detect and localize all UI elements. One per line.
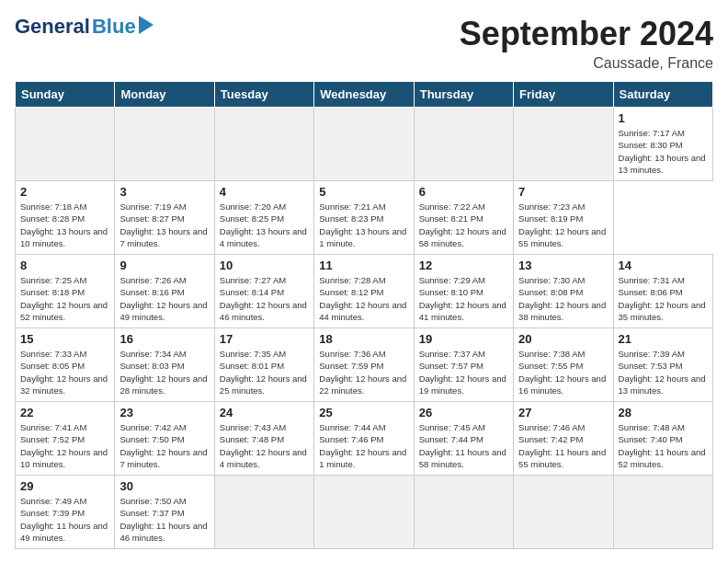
day-number: 2 — [20, 185, 109, 199]
calendar-cell: 27Sunrise: 7:46 AMSunset: 7:42 PMDayligh… — [514, 402, 613, 476]
calendar-cell — [214, 476, 313, 549]
cell-info: Sunrise: 7:33 AMSunset: 8:05 PMDaylight:… — [20, 349, 108, 396]
calendar-cell: 29Sunrise: 7:49 AMSunset: 7:39 PMDayligh… — [16, 476, 115, 549]
day-number: 16 — [119, 332, 209, 346]
day-number: 9 — [119, 259, 209, 272]
cell-info: Sunrise: 7:35 AMSunset: 8:01 PMDaylight:… — [220, 349, 307, 396]
day-number: 23 — [119, 406, 209, 419]
day-number: 13 — [518, 259, 608, 272]
calendar-cell: 30Sunrise: 7:50 AMSunset: 7:37 PMDayligh… — [115, 476, 214, 549]
day-number: 19 — [419, 332, 508, 346]
day-number: 22 — [20, 406, 109, 419]
calendar-week-6: 29Sunrise: 7:49 AMSunset: 7:39 PMDayligh… — [16, 476, 713, 549]
day-number: 17 — [220, 332, 309, 346]
calendar-cell — [16, 108, 115, 181]
day-number: 26 — [419, 406, 508, 419]
calendar-cell: 3Sunrise: 7:19 AMSunset: 8:27 PMDaylight… — [115, 181, 214, 255]
cell-info: Sunrise: 7:38 AMSunset: 7:55 PMDaylight:… — [518, 349, 606, 396]
calendar-week-4: 15Sunrise: 7:33 AMSunset: 8:05 PMDayligh… — [16, 328, 713, 402]
cell-info: Sunrise: 7:42 AMSunset: 7:50 PMDaylight:… — [119, 422, 207, 469]
cell-info: Sunrise: 7:17 AMSunset: 8:30 PMDaylight:… — [619, 128, 706, 175]
day-number: 18 — [319, 332, 408, 346]
calendar-week-3: 8Sunrise: 7:25 AMSunset: 8:18 PMDaylight… — [16, 255, 713, 328]
calendar-cell: 10Sunrise: 7:27 AMSunset: 8:14 PMDayligh… — [214, 255, 313, 328]
cell-info: Sunrise: 7:44 AMSunset: 7:46 PMDaylight:… — [319, 422, 406, 469]
calendar-cell: 21Sunrise: 7:39 AMSunset: 7:53 PMDayligh… — [613, 328, 712, 402]
logo-blue: Blue — [92, 15, 136, 39]
header-monday: Monday — [115, 82, 214, 108]
cell-info: Sunrise: 7:22 AMSunset: 8:21 PMDaylight:… — [419, 201, 506, 248]
logo-arrow-icon — [139, 16, 154, 34]
cell-info: Sunrise: 7:30 AMSunset: 8:08 PMDaylight:… — [518, 275, 606, 322]
header-thursday: Thursday — [414, 82, 513, 108]
calendar-cell: 23Sunrise: 7:42 AMSunset: 7:50 PMDayligh… — [115, 402, 214, 476]
day-number: 6 — [419, 185, 508, 199]
cell-info: Sunrise: 7:26 AMSunset: 8:16 PMDaylight:… — [119, 275, 207, 322]
cell-info: Sunrise: 7:36 AMSunset: 7:59 PMDaylight:… — [319, 349, 406, 396]
day-number: 15 — [20, 332, 109, 346]
cell-info: Sunrise: 7:45 AMSunset: 7:44 PMDaylight:… — [419, 422, 506, 469]
calendar-cell — [514, 108, 613, 181]
cell-info: Sunrise: 7:48 AMSunset: 7:40 PMDaylight:… — [619, 422, 706, 469]
day-number: 21 — [619, 332, 708, 346]
calendar-cell: 19Sunrise: 7:37 AMSunset: 7:57 PMDayligh… — [414, 328, 513, 402]
cell-info: Sunrise: 7:21 AMSunset: 8:23 PMDaylight:… — [319, 201, 406, 248]
day-number: 12 — [419, 259, 508, 272]
calendar-cell — [414, 108, 513, 181]
calendar-cell: 9Sunrise: 7:26 AMSunset: 8:16 PMDaylight… — [115, 255, 214, 328]
calendar-header-row: Sunday Monday Tuesday Wednesday Thursday… — [16, 82, 713, 108]
calendar-cell — [414, 476, 513, 549]
day-number: 8 — [20, 259, 109, 272]
cell-info: Sunrise: 7:20 AMSunset: 8:25 PMDaylight:… — [220, 201, 307, 248]
day-number: 3 — [119, 185, 209, 199]
calendar-cell: 2Sunrise: 7:18 AMSunset: 8:28 PMDaylight… — [16, 181, 115, 255]
calendar-cell — [514, 476, 613, 549]
cell-info: Sunrise: 7:31 AMSunset: 8:06 PMDaylight:… — [619, 275, 706, 322]
cell-info: Sunrise: 7:34 AMSunset: 8:03 PMDaylight:… — [119, 349, 207, 396]
page-header: GeneralBlue September 2024 Caussade, Fra… — [15, 15, 713, 72]
calendar-cell: 1Sunrise: 7:17 AMSunset: 8:30 PMDaylight… — [613, 108, 712, 181]
calendar-cell — [314, 108, 414, 181]
calendar-cell: 13Sunrise: 7:30 AMSunset: 8:08 PMDayligh… — [514, 255, 613, 328]
cell-info: Sunrise: 7:46 AMSunset: 7:42 PMDaylight:… — [518, 422, 606, 469]
calendar-cell: 22Sunrise: 7:41 AMSunset: 7:52 PMDayligh… — [16, 402, 115, 476]
calendar-cell — [115, 108, 214, 181]
cell-info: Sunrise: 7:50 AMSunset: 7:37 PMDaylight:… — [119, 496, 207, 543]
calendar-cell: 24Sunrise: 7:43 AMSunset: 7:48 PMDayligh… — [214, 402, 313, 476]
cell-info: Sunrise: 7:37 AMSunset: 7:57 PMDaylight:… — [419, 349, 506, 396]
cell-info: Sunrise: 7:41 AMSunset: 7:52 PMDaylight:… — [20, 422, 108, 469]
cell-info: Sunrise: 7:29 AMSunset: 8:10 PMDaylight:… — [419, 275, 506, 322]
cell-info: Sunrise: 7:43 AMSunset: 7:48 PMDaylight:… — [220, 422, 307, 469]
header-saturday: Saturday — [613, 82, 712, 108]
header-wednesday: Wednesday — [314, 82, 414, 108]
calendar-cell: 12Sunrise: 7:29 AMSunset: 8:10 PMDayligh… — [414, 255, 513, 328]
day-number: 5 — [319, 185, 408, 199]
calendar-cell: 28Sunrise: 7:48 AMSunset: 7:40 PMDayligh… — [613, 402, 712, 476]
cell-info: Sunrise: 7:27 AMSunset: 8:14 PMDaylight:… — [220, 275, 307, 322]
day-number: 30 — [119, 479, 209, 493]
day-number: 20 — [518, 332, 608, 346]
calendar-cell: 20Sunrise: 7:38 AMSunset: 7:55 PMDayligh… — [514, 328, 613, 402]
title-section: September 2024 Caussade, France — [460, 15, 713, 72]
logo: GeneralBlue — [15, 15, 154, 39]
day-number: 25 — [319, 406, 408, 419]
logo-general: General — [15, 15, 90, 39]
day-number: 27 — [518, 406, 608, 419]
calendar-cell — [214, 108, 313, 181]
cell-info: Sunrise: 7:39 AMSunset: 7:53 PMDaylight:… — [619, 349, 706, 396]
calendar-table: Sunday Monday Tuesday Wednesday Thursday… — [15, 81, 713, 549]
header-tuesday: Tuesday — [214, 82, 313, 108]
calendar-cell: 7Sunrise: 7:23 AMSunset: 8:19 PMDaylight… — [514, 181, 613, 255]
calendar-cell: 11Sunrise: 7:28 AMSunset: 8:12 PMDayligh… — [314, 255, 414, 328]
day-number: 4 — [220, 185, 309, 199]
day-number: 28 — [619, 406, 708, 419]
calendar-cell: 5Sunrise: 7:21 AMSunset: 8:23 PMDaylight… — [314, 181, 414, 255]
calendar-week-5: 22Sunrise: 7:41 AMSunset: 7:52 PMDayligh… — [16, 402, 713, 476]
day-number: 7 — [518, 185, 608, 199]
calendar-cell: 15Sunrise: 7:33 AMSunset: 8:05 PMDayligh… — [16, 328, 115, 402]
calendar-cell: 6Sunrise: 7:22 AMSunset: 8:21 PMDaylight… — [414, 181, 513, 255]
day-number: 24 — [220, 406, 309, 419]
calendar-cell: 16Sunrise: 7:34 AMSunset: 8:03 PMDayligh… — [115, 328, 214, 402]
cell-info: Sunrise: 7:18 AMSunset: 8:28 PMDaylight:… — [20, 201, 108, 248]
calendar-cell — [613, 476, 712, 549]
